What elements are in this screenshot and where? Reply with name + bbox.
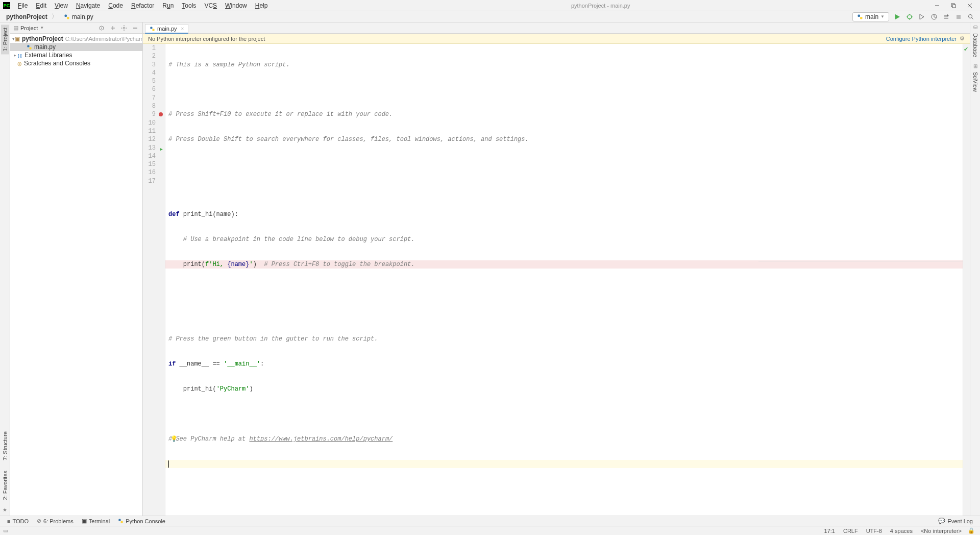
line-number: 3 bbox=[143, 61, 165, 69]
analysis-ok-icon[interactable]: ✔ bbox=[964, 46, 968, 53]
tree-scratches[interactable]: ◎ Scratches and Consoles bbox=[10, 59, 142, 67]
svg-rect-2 bbox=[952, 5, 955, 8]
menu-edit[interactable]: Edit bbox=[32, 1, 50, 10]
expand-all-icon[interactable] bbox=[109, 24, 117, 32]
star-icon: ★ bbox=[3, 507, 7, 513]
tree-root-path: C:\Users\Administrator\PycharmPr bbox=[65, 36, 142, 42]
line-number: 4 bbox=[143, 69, 165, 77]
stop-button[interactable] bbox=[953, 12, 964, 22]
debug-button[interactable] bbox=[904, 12, 915, 22]
code-token: ' bbox=[249, 261, 253, 268]
breakpoint-icon[interactable] bbox=[159, 112, 163, 116]
breadcrumb-project-label: pythonProject bbox=[6, 13, 47, 20]
status-encoding[interactable]: UTF-8 bbox=[862, 528, 886, 534]
search-everywhere-button[interactable] bbox=[966, 12, 976, 22]
tab-structure[interactable]: 7: Structure bbox=[1, 428, 9, 464]
menu-file[interactable]: File bbox=[14, 1, 31, 10]
menu-view[interactable]: View bbox=[51, 1, 71, 10]
app-icon: PC bbox=[3, 2, 10, 9]
status-caret-position[interactable]: 17:1 bbox=[820, 528, 839, 534]
main-menu: File Edit View Navigate Code Refactor Ru… bbox=[14, 1, 271, 10]
right-tool-stripe: ⛁ Database ⊞ SciView bbox=[970, 22, 980, 516]
code-line: # Use a breakpoint in the code line belo… bbox=[168, 236, 414, 243]
breadcrumb-file[interactable]: main.py bbox=[62, 13, 95, 20]
tab-problems[interactable]: ⊘6: Problems bbox=[33, 517, 78, 525]
tab-label: TODO bbox=[12, 518, 29, 524]
menu-tools[interactable]: Tools bbox=[178, 1, 200, 10]
bulb-icon[interactable]: 💡 bbox=[170, 435, 178, 443]
expand-icon[interactable]: ▸ bbox=[12, 53, 17, 58]
line-number: 16 bbox=[143, 168, 165, 177]
code-line: # Press Shift+F10 to execute it or repla… bbox=[168, 111, 393, 118]
line-number: 6 bbox=[143, 85, 165, 93]
run-button[interactable] bbox=[892, 12, 902, 22]
tab-event-log[interactable]: 💬Event Log bbox=[934, 517, 977, 525]
status-interpreter[interactable]: <No interpreter> bbox=[917, 528, 966, 534]
status-line-separator[interactable]: CRLF bbox=[839, 528, 862, 534]
status-indent[interactable]: 4 spaces bbox=[886, 528, 917, 534]
tree-external-libraries[interactable]: ▸ ⫿⫿ External Libraries bbox=[10, 51, 142, 59]
concurrency-button[interactable] bbox=[941, 12, 951, 22]
code-token: # See PyCharm help at bbox=[168, 435, 249, 443]
menu-help[interactable]: Help bbox=[252, 1, 272, 10]
titlebar: PC File Edit View Navigate Code Refactor… bbox=[0, 0, 980, 11]
menu-vcs[interactable]: VCS bbox=[201, 1, 220, 10]
line-number: 10 bbox=[143, 119, 165, 127]
chevron-down-icon: ▼ bbox=[880, 14, 885, 19]
close-tab-icon[interactable]: × bbox=[181, 26, 184, 32]
tree-file-main[interactable]: main.py bbox=[10, 43, 142, 51]
line-number: 17 bbox=[143, 177, 165, 185]
line-number: 8 bbox=[143, 102, 165, 110]
overview-ruler-mark bbox=[758, 261, 963, 261]
menu-code[interactable]: Code bbox=[105, 1, 127, 10]
svg-line-25 bbox=[972, 18, 973, 19]
problems-icon: ⊘ bbox=[37, 518, 41, 524]
tab-database[interactable]: Database bbox=[971, 30, 979, 60]
tab-todo[interactable]: ≡TODO bbox=[3, 517, 33, 525]
gear-icon[interactable] bbox=[120, 24, 128, 32]
menu-refactor[interactable]: Refactor bbox=[128, 1, 158, 10]
minimize-button[interactable] bbox=[930, 1, 944, 10]
menu-navigate[interactable]: Navigate bbox=[72, 1, 104, 10]
tree-root-label: pythonProject bbox=[22, 35, 63, 42]
coverage-button[interactable] bbox=[917, 12, 927, 22]
line-number: 9 bbox=[143, 110, 165, 118]
locate-icon[interactable] bbox=[97, 24, 106, 32]
tab-python-console[interactable]: Python Console bbox=[114, 517, 169, 525]
svg-marker-9 bbox=[895, 14, 900, 19]
svg-rect-8 bbox=[860, 17, 863, 19]
menu-run[interactable]: Run bbox=[159, 1, 177, 10]
code-content[interactable]: # This is a sample Python script. # Pres… bbox=[165, 44, 963, 516]
gear-icon[interactable]: ⚙ bbox=[960, 35, 965, 42]
run-config-name: main bbox=[865, 13, 878, 20]
configure-interpreter-link[interactable]: Configure Python interpreter bbox=[886, 36, 957, 42]
editor-overview-ruler[interactable]: ✔ bbox=[963, 44, 970, 516]
code-editor[interactable]: 1 2 3 4 5 6 7 8 9 10 11 12 13▶ 14 15 16 … bbox=[143, 44, 970, 516]
run-config-selector[interactable]: main ▼ bbox=[852, 12, 889, 21]
editor-gutter[interactable]: 1 2 3 4 5 6 7 8 9 10 11 12 13▶ 14 15 16 … bbox=[143, 44, 165, 516]
profile-button[interactable] bbox=[929, 12, 939, 22]
svg-rect-23 bbox=[957, 15, 961, 19]
editor-tab-main[interactable]: main.py × bbox=[145, 24, 188, 34]
line-number: 1 bbox=[143, 44, 165, 52]
status-messages-icon[interactable]: ▭ bbox=[3, 527, 8, 534]
lock-icon[interactable]: 🔒 bbox=[966, 527, 977, 534]
menu-window[interactable]: Window bbox=[222, 1, 251, 10]
code-token: {name} bbox=[227, 261, 249, 268]
code-token: print( bbox=[168, 261, 205, 268]
code-line: # Press the green button in the gutter t… bbox=[168, 335, 378, 343]
chevron-down-icon[interactable]: ▼ bbox=[40, 26, 44, 30]
code-token: __name__ == bbox=[180, 360, 224, 368]
tab-project[interactable]: 1: Project bbox=[1, 25, 9, 54]
tab-sciview[interactable]: SciView bbox=[971, 69, 979, 95]
code-token: def bbox=[168, 211, 183, 218]
breadcrumb-project[interactable]: pythonProject 〉 bbox=[4, 12, 62, 21]
hide-icon[interactable] bbox=[131, 24, 139, 32]
tree-root[interactable]: ▾ ▣ pythonProject C:\Users\Administrator… bbox=[10, 35, 142, 43]
svg-rect-39 bbox=[153, 29, 155, 31]
maximize-button[interactable] bbox=[946, 1, 961, 10]
close-button[interactable] bbox=[963, 1, 977, 10]
editor-tabs: main.py × bbox=[143, 22, 970, 34]
tab-favorites[interactable]: 2: Favorites bbox=[1, 468, 9, 503]
tab-terminal[interactable]: ▣Terminal bbox=[78, 517, 114, 525]
